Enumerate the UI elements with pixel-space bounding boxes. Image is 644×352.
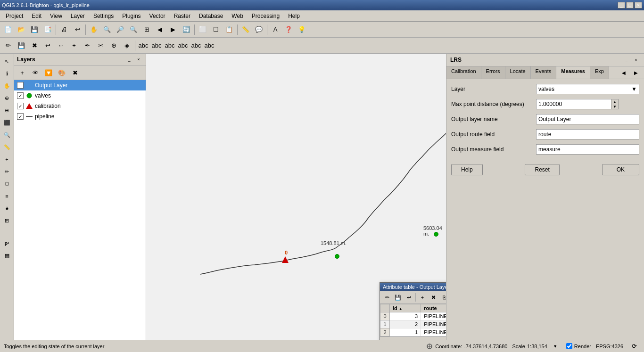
tool-info[interactable]: ℹ (1, 68, 13, 79)
split-button[interactable]: ✂ (94, 40, 107, 52)
zoom-full-button[interactable]: ⊞ (140, 24, 153, 36)
attr-rollback-button[interactable]: ↩ (404, 292, 414, 303)
menu-vector[interactable]: Vector (146, 12, 169, 20)
window-controls[interactable]: _ □ × (618, 2, 642, 8)
layer-checkbox-valves[interactable]: ✓ (17, 92, 24, 99)
layer-checkbox-output[interactable]: ✓ (17, 82, 24, 89)
label-button[interactable]: A (269, 24, 281, 36)
zoom-next-button[interactable]: ▶ (167, 24, 179, 36)
menu-settings[interactable]: Settings (90, 12, 117, 20)
layer-checkbox-pipeline[interactable]: ✓ (17, 113, 24, 120)
identify-button[interactable]: 🔍 (101, 24, 113, 36)
close-button[interactable]: × (635, 2, 642, 8)
ok-button-lrs[interactable]: OK (602, 164, 639, 175)
layer-item-valves[interactable]: ✓ valves (14, 90, 146, 101)
tool-star[interactable]: ★ (1, 203, 13, 214)
tab-calibration[interactable]: Calibration (446, 66, 481, 79)
tool-route[interactable]: ≡ (1, 190, 13, 202)
tool-draw[interactable]: ✏ (1, 166, 13, 177)
attr-copy-button[interactable]: ⎘ (439, 292, 446, 303)
annotate-button[interactable]: 💬 (253, 24, 265, 36)
tips-button[interactable]: 💡 (296, 24, 308, 36)
save-project-button[interactable]: 💾 (28, 24, 41, 36)
tool-table[interactable]: ▦ (1, 250, 13, 261)
menu-plugins[interactable]: Plugins (118, 12, 144, 20)
measure-button[interactable]: 📏 (239, 24, 252, 36)
stop-edit-button[interactable]: ✖ (28, 40, 41, 52)
attr-addrow-button[interactable]: + (417, 292, 428, 303)
layer-remove-button[interactable]: ✖ (69, 66, 81, 79)
map-area[interactable]: 1548.81 m. 5603.04 m. 8233.95 m. 0 10000 (146, 54, 446, 340)
tool-add[interactable]: + (1, 154, 13, 165)
tool-pointer[interactable]: ↖ (1, 56, 13, 67)
menu-view[interactable]: View (46, 12, 66, 20)
output-layer-input[interactable] (536, 114, 639, 124)
attr-deleterow-button[interactable]: ✖ (428, 292, 438, 303)
attr-col-route[interactable]: route (421, 304, 446, 312)
deselect-button[interactable]: ☐ (210, 24, 222, 36)
add-layer-button[interactable]: + (16, 66, 28, 79)
layer-item-pipeline[interactable]: ✓ pipeline (14, 111, 146, 122)
max-point-input[interactable] (536, 99, 611, 109)
layers-close-button[interactable]: × (134, 55, 143, 64)
attr-save-button[interactable]: 💾 (393, 292, 403, 303)
refresh-button[interactable]: 🔄 (180, 24, 192, 36)
rollback-button[interactable]: ↩ (41, 40, 54, 52)
layer-checkbox-calibration[interactable]: ✓ (17, 103, 24, 109)
menu-database[interactable]: Database (195, 12, 227, 20)
help-button-lrs[interactable]: Help (451, 164, 483, 175)
tool-measure[interactable]: 📏 (1, 141, 13, 153)
scale-dropdown[interactable]: ▼ (549, 342, 561, 351)
add-feature-button[interactable]: + (68, 40, 80, 52)
tool-select[interactable]: ⬛ (1, 117, 13, 128)
tab-errors[interactable]: Errors (481, 66, 505, 79)
save-as-button[interactable]: 📑 (41, 24, 54, 36)
layer-item-output[interactable]: ✓ Output Layer (14, 80, 146, 90)
label-abc1-button[interactable]: abc (137, 40, 149, 52)
menu-help[interactable]: Help (284, 12, 304, 20)
menu-edit[interactable]: Edit (28, 12, 45, 20)
save-edits-button[interactable]: 💾 (15, 40, 27, 52)
zoom-out-button[interactable]: 🔍 (127, 24, 140, 36)
maximize-button[interactable]: □ (626, 2, 634, 8)
tool-extra[interactable]: ⊞ (1, 215, 13, 226)
toggle-visibility-button[interactable]: 👁 (29, 66, 41, 79)
menu-processing[interactable]: Processing (248, 12, 283, 20)
reset-button-lrs[interactable]: Reset (525, 164, 559, 175)
layer-item-calibration[interactable]: ✓ calibration (14, 101, 146, 111)
digitize-button[interactable]: ✒ (81, 40, 93, 52)
render-checkbox[interactable] (566, 343, 572, 349)
tabs-next-button[interactable]: ▶ (630, 66, 642, 79)
open-attr-table-button[interactable]: 📋 (223, 24, 235, 36)
tabs-prev-button[interactable]: ◀ (618, 66, 630, 79)
filter-layers-button[interactable]: 🔽 (42, 66, 55, 79)
rotation-button[interactable]: ⟳ (628, 342, 640, 351)
tool-polygon[interactable]: ⬡ (1, 178, 13, 189)
move-feature-button[interactable]: ↔ (55, 40, 67, 52)
undo-button[interactable]: ↩ (71, 24, 83, 36)
output-measure-input[interactable] (536, 144, 639, 155)
node-button[interactable]: ◈ (121, 40, 133, 52)
pan-button[interactable]: ✋ (88, 24, 100, 36)
label-abc4-button[interactable]: abc (177, 40, 189, 52)
layer-style-button[interactable]: 🎨 (56, 66, 68, 79)
layer-select[interactable]: valves ▼ (536, 84, 639, 94)
label-abc3-button[interactable]: abc (164, 40, 176, 52)
tool-p2[interactable]: p² (1, 237, 13, 249)
spinbox-down[interactable]: ▼ (611, 104, 618, 109)
spinbox-up[interactable]: ▲ (611, 99, 618, 104)
new-project-button[interactable]: 📄 (2, 24, 14, 36)
attr-col-rownum[interactable] (380, 304, 390, 312)
tool-zoom-in[interactable]: ⊕ (1, 92, 13, 104)
attr-col-id[interactable]: id ▲ (390, 304, 421, 312)
label-abc6-button[interactable]: abc (203, 40, 215, 52)
merge-button[interactable]: ⊕ (107, 40, 120, 52)
output-route-input[interactable] (536, 129, 639, 139)
label-abc2-button[interactable]: abc (150, 40, 163, 52)
menu-project[interactable]: Project (2, 12, 27, 20)
tool-zoom-out[interactable]: ⊖ (1, 105, 13, 116)
help-button[interactable]: ❓ (282, 24, 295, 36)
zoom-in-button[interactable]: 🔎 (114, 24, 126, 36)
show-all-features-button[interactable]: Show All Features ▾ (394, 340, 446, 340)
menu-raster[interactable]: Raster (170, 12, 194, 20)
